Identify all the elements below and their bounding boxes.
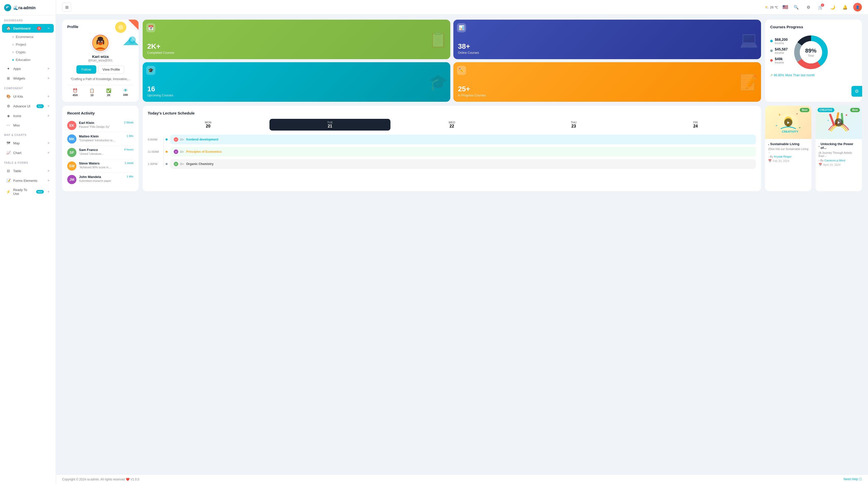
sidebar-collapse-icon: −	[48, 26, 50, 30]
main-area: ⊞ ⛅ 26 ℃ 🇺🇸 🔍 ⚙ 🛒4 🌙 🔔 👤	[56, 0, 868, 484]
map-icon: 🗺	[6, 141, 11, 145]
svg-point-10	[98, 41, 99, 42]
sidebar-item-dashboard[interactable]: 🏠 Dashboard 4 −	[2, 24, 54, 33]
sidebar-item-apps[interactable]: ✦ Apps +	[2, 64, 54, 73]
session-users-1: U 10+	[173, 137, 184, 142]
legend-sub-3: Income	[775, 61, 784, 64]
chart-plus-icon[interactable]: +	[48, 150, 50, 155]
icons-plus-icon[interactable]: +	[48, 113, 50, 118]
author-link-1[interactable]: Krystal Ringer	[774, 155, 792, 158]
author-link-2[interactable]: Cameron.p.West	[825, 159, 845, 162]
footer-help[interactable]: Need Help ⓘ	[843, 477, 862, 481]
courses-progress-title: Courses Progress	[770, 25, 857, 29]
upcoming-bg-icon: 🎓	[429, 73, 448, 91]
uikits-plus-icon[interactable]: +	[48, 94, 50, 99]
featured-card-creative: ★ ✦ Best CREATIVE ▶ • Unlocking the Powe…	[815, 106, 862, 191]
cart-button[interactable]: 🛒4	[816, 3, 825, 11]
table-plus-icon[interactable]: +	[48, 169, 50, 173]
day-thu-name: THU	[514, 121, 633, 124]
sidebar-item-education[interactable]: Education	[10, 56, 54, 63]
sidebar-item-project[interactable]: Project	[10, 41, 54, 48]
sidebar-item-ecommerce[interactable]: Ecommerce	[10, 33, 54, 40]
upcoming-value: 16	[147, 85, 446, 92]
sidebar-item-icons[interactable]: ◈ Icons +	[2, 111, 54, 120]
legend-amount-1: $68,200	[775, 37, 788, 41]
profile-bio: "Crafting a Path of Knowledge, Innovatio…	[67, 77, 133, 81]
profile-stats: ⏰ 45H 📋 10 ✅ 2K 👁 34K	[67, 85, 133, 97]
widgets-plus-icon[interactable]: +	[48, 76, 50, 81]
dot-project	[12, 44, 14, 46]
activity-desc-steve: "Achieved 90% score in...	[79, 166, 122, 169]
dot-education	[12, 59, 14, 61]
follow-button[interactable]: Follow	[76, 65, 96, 74]
stat-completed-value: 2K	[101, 93, 117, 97]
apps-plus-icon[interactable]: +	[48, 66, 50, 71]
session-dot-1	[165, 139, 167, 141]
donut-label: Total	[805, 54, 816, 57]
day-mon[interactable]: MON 20	[148, 119, 269, 131]
legend-item-1: $68,200 Income	[770, 37, 788, 45]
readytouse-plus-icon[interactable]: +	[48, 190, 50, 194]
featured-play-2[interactable]: ▶	[835, 118, 843, 126]
online-label: Online Courses	[458, 51, 756, 55]
sidebar-item-misc[interactable]: ⋯ Misc	[2, 121, 54, 130]
activity-desc-sam: "Joined 'Literature...	[79, 152, 122, 155]
sidebar-item-forms[interactable]: 📝 Forms Elements +	[2, 176, 54, 185]
stat-hours-value: 45H	[67, 93, 83, 97]
svg-text:★: ★	[776, 124, 777, 127]
advanceui-plus-icon[interactable]: +	[48, 104, 50, 108]
featured-play-1[interactable]: ▶	[784, 118, 793, 126]
sidebar-item-chart[interactable]: 📈 Chart +	[2, 148, 54, 157]
progress-pct: 86.90%	[774, 74, 784, 77]
settings-button[interactable]: ⚙	[804, 3, 812, 11]
activity-content-earl: Earl Klein Paused "Fillo Design Sy"	[79, 121, 122, 128]
user-avatar[interactable]: 👤	[853, 3, 862, 11]
day-tue[interactable]: TUE 21	[270, 119, 390, 131]
featured-section: ✦ ✦ ★ ✦ CREATIVITY Best ▶ •	[765, 106, 862, 191]
activity-item: MK Matteo Klein "Completed 'Introduction…	[67, 132, 133, 146]
search-button[interactable]: 🔍	[792, 3, 800, 11]
dot-crypto	[12, 52, 14, 53]
view-profile-button[interactable]: View Profile	[98, 65, 124, 74]
day-thu[interactable]: THU 23	[513, 119, 634, 131]
sidebar-item-widgets[interactable]: ⊞ Widgets +	[2, 74, 54, 83]
moon-button[interactable]: 🌙	[829, 3, 837, 11]
sidebar-item-map[interactable]: 🗺 Map +	[2, 139, 54, 148]
sidebar-item-readytouse[interactable]: ⚡ Ready To Use New +	[2, 186, 54, 198]
sidebar-item-uikits[interactable]: 🎨 UI Kits +	[2, 92, 54, 101]
legend-item-3: $49k Income	[770, 57, 788, 64]
session-users-3: U 25+	[173, 161, 184, 167]
session-content-1: U 10+ frontend development	[170, 135, 756, 144]
legend-content-2: $45,587 Income	[775, 47, 788, 54]
day-wed[interactable]: WED 22	[392, 119, 512, 131]
sidebar-item-table[interactable]: ⊟ Table +	[2, 166, 54, 175]
featured-title-2: Unlocking the Power of...	[820, 142, 859, 150]
svg-text:✦: ✦	[778, 113, 781, 117]
sidebar-advanceui-label: Advance UI	[13, 104, 30, 108]
forms-plus-icon[interactable]: +	[48, 178, 50, 183]
map-plus-icon[interactable]: +	[48, 141, 50, 145]
bell-button[interactable]: 🔔	[841, 3, 849, 11]
schedule-timeline	[163, 137, 164, 166]
forms-icon: 📝	[6, 178, 11, 182]
avatar-matteo: MK	[67, 134, 76, 144]
flag-us[interactable]: 🇺🇸	[782, 4, 788, 10]
profile-name: Kari wiza	[67, 54, 133, 59]
bottom-row: Recent Activity EK Earl Klein Paused "Fi…	[62, 106, 862, 191]
grid-toggle-button[interactable]: ⊞	[62, 3, 71, 12]
activity-title: Recent Activity	[67, 111, 133, 115]
sidebar: 🌊 🌊ra-admin DASHBOARD 🏠 Dashboard 4 − Ec…	[0, 0, 56, 484]
activity-time-john: 1 Min	[127, 175, 133, 178]
session-user-avatar-2: U	[173, 149, 179, 154]
featured-body-2: • Unlocking the Power of... (A Journey T…	[815, 139, 862, 169]
legend-content-1: $68,200 Income	[775, 37, 788, 45]
sidebar-item-advanceui[interactable]: ⚙ Advance UI 12+ +	[2, 102, 54, 111]
day-fri[interactable]: FRI 24	[635, 119, 756, 131]
featured-desc-1: (Dive into our Sustainable Living ...	[768, 147, 808, 153]
sidebar-section-dashboard: DASHBOARD	[0, 16, 56, 24]
settings-fab-button[interactable]: ⚙	[851, 86, 862, 97]
featured-badge-2: Best	[850, 108, 860, 112]
uikits-icon: 🎨	[6, 94, 11, 98]
stat-card-online: 📊 💻 38+ Online Courses	[453, 20, 761, 59]
sidebar-item-crypto[interactable]: Crypto	[10, 49, 54, 56]
